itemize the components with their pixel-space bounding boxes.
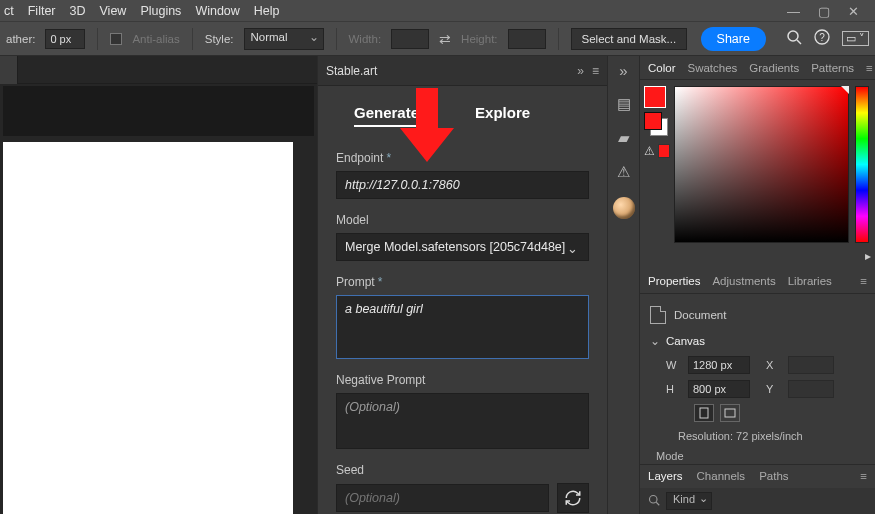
share-button[interactable]: Share — [701, 27, 766, 51]
svg-point-0 — [788, 31, 798, 41]
tab-generate[interactable]: Generate — [354, 104, 419, 127]
menu-item[interactable]: 3D — [70, 4, 86, 18]
canvas-height-input[interactable] — [688, 380, 750, 398]
antialias-label: Anti-alias — [132, 33, 179, 45]
menu-item[interactable]: Help — [254, 4, 280, 18]
antialias-checkbox[interactable] — [110, 33, 122, 45]
canvas-section-header[interactable]: ⌄ Canvas — [650, 334, 865, 348]
tab-paths[interactable]: Paths — [759, 470, 788, 482]
collapse-icon[interactable]: » — [577, 64, 584, 78]
panel-menu-icon[interactable]: ≡ — [592, 64, 599, 78]
seed-input[interactable] — [336, 484, 549, 512]
tab-properties[interactable]: Properties — [648, 275, 700, 287]
canvas-width-input[interactable] — [688, 356, 750, 374]
h-label: H — [666, 383, 680, 395]
menu-item[interactable]: Window — [195, 4, 239, 18]
tab-patterns[interactable]: Patterns — [811, 62, 854, 74]
feather-input[interactable] — [45, 29, 85, 49]
window-controls: — ▢ ✕ — [787, 0, 875, 22]
chevron-down-icon: ⌄ — [650, 334, 660, 348]
rail-histogram-icon[interactable]: ▤ — [617, 95, 631, 113]
fgbg-swatch[interactable] — [644, 112, 668, 136]
svg-rect-5 — [725, 409, 735, 417]
panel-menu-icon[interactable]: ≡ — [860, 470, 867, 482]
search-icon[interactable] — [648, 494, 660, 509]
properties-panel-tabs: Properties Adjustments Libraries ≡ — [640, 269, 875, 293]
film-strip — [3, 86, 314, 136]
tab-explore[interactable]: Explore — [475, 104, 530, 127]
document-icon — [650, 306, 666, 324]
maximize-icon[interactable]: ▢ — [818, 4, 830, 19]
document-tab-bar — [0, 56, 317, 84]
rail-expand-icon[interactable]: » — [619, 62, 627, 79]
chevron-down-icon: ⌄ — [567, 241, 578, 256]
tab-layers[interactable]: Layers — [648, 470, 683, 482]
svg-rect-4 — [700, 408, 708, 418]
tab-adjustments[interactable]: Adjustments — [712, 275, 775, 287]
feather-label: ather: — [6, 33, 35, 45]
gamut-warning-icon[interactable]: ⚠ — [644, 144, 670, 158]
height-input — [508, 29, 546, 49]
swap-dimensions-icon[interactable]: ⇄ — [439, 31, 451, 47]
rail-face-icon[interactable] — [613, 197, 635, 219]
select-and-mask-button[interactable]: Select and Mask... — [571, 28, 688, 50]
document-tab[interactable] — [0, 56, 18, 84]
menu-item[interactable]: View — [100, 4, 127, 18]
canvas[interactable] — [3, 142, 293, 514]
menu-item[interactable]: Plugins — [140, 4, 181, 18]
mode-label: Mode — [656, 450, 865, 462]
width-label: Width: — [349, 33, 382, 45]
y-label: Y — [766, 383, 780, 395]
svg-text:?: ? — [819, 32, 825, 43]
options-bar: ather: Anti-alias Style: Normal Width: ⇄… — [0, 22, 875, 56]
width-input — [391, 29, 429, 49]
x-label: X — [766, 359, 780, 371]
negative-prompt-label: Negative Prompt — [336, 373, 425, 387]
menu-bar: ct Filter 3D View Plugins Window Help — … — [0, 0, 875, 22]
prompt-textarea[interactable]: a beautiful girl — [336, 295, 589, 359]
height-label: Height: — [461, 33, 497, 45]
hue-indicator-icon: ▸ — [640, 249, 875, 269]
color-panel-body: ⚠ — [640, 80, 875, 249]
randomize-seed-button[interactable] — [557, 483, 589, 513]
rail-warning-icon[interactable]: ⚠ — [617, 163, 630, 181]
style-label: Style: — [205, 33, 234, 45]
help-icon[interactable]: ? — [814, 29, 830, 48]
svg-point-6 — [650, 495, 658, 503]
orientation-landscape-button[interactable] — [720, 404, 740, 422]
menu-item[interactable]: ct — [4, 4, 14, 18]
hue-slider[interactable] — [855, 86, 869, 243]
layer-filter-dropdown[interactable]: Kind — [666, 492, 712, 510]
minimize-icon[interactable]: — — [787, 4, 800, 19]
tab-color[interactable]: Color — [648, 62, 675, 74]
layers-filter-row: Kind — [640, 488, 875, 514]
canvas-y-input — [788, 380, 834, 398]
tab-channels[interactable]: Channels — [697, 470, 746, 482]
endpoint-label: Endpoint* — [336, 151, 391, 165]
w-label: W — [666, 359, 680, 371]
tab-gradients[interactable]: Gradients — [749, 62, 799, 74]
prompt-label: Prompt* — [336, 275, 382, 289]
model-label: Model — [336, 213, 369, 227]
panel-title: Stable.art — [326, 64, 377, 78]
style-dropdown[interactable]: Normal — [244, 28, 324, 50]
color-field[interactable] — [674, 86, 849, 243]
stable-art-panel: Stable.art » ≡ Generate Explore Endpoint… — [317, 56, 607, 514]
search-icon[interactable] — [786, 29, 802, 48]
endpoint-input[interactable]: http://127.0.0.1:7860 — [336, 171, 589, 199]
tab-swatches[interactable]: Swatches — [687, 62, 737, 74]
seed-label: Seed — [336, 463, 364, 477]
panel-menu-icon[interactable]: ≡ — [860, 275, 867, 287]
menu-item[interactable]: Filter — [28, 4, 56, 18]
rail-comment-icon[interactable]: ▰ — [618, 129, 630, 147]
close-icon[interactable]: ✕ — [848, 4, 859, 19]
negative-prompt-textarea[interactable]: (Optional) — [336, 393, 589, 449]
workspace-icon[interactable]: ▭ ˅ — [842, 31, 869, 46]
panel-menu-icon[interactable]: ≡ — [866, 62, 873, 74]
layers-panel-tabs: Layers Channels Paths ≡ — [640, 464, 875, 488]
foreground-color-swatch[interactable] — [644, 86, 666, 108]
tab-libraries[interactable]: Libraries — [788, 275, 832, 287]
svg-line-7 — [656, 502, 659, 505]
orientation-portrait-button[interactable] — [694, 404, 714, 422]
model-select[interactable]: Merge Model.safetensors [205c74d48e] ⌄ — [336, 233, 589, 261]
